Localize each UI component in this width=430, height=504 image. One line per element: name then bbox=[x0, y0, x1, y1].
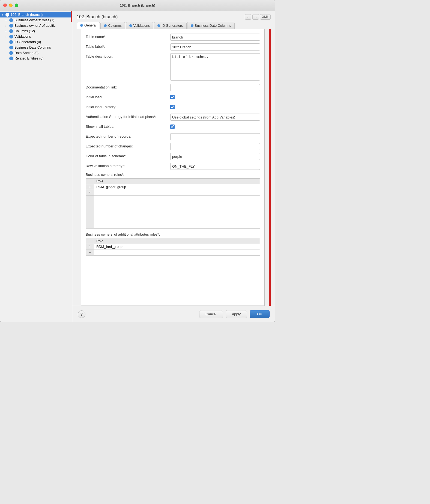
table-name-input[interactable] bbox=[170, 34, 260, 41]
table-desc-label: Table description: bbox=[86, 53, 170, 58]
help-button[interactable]: ? bbox=[78, 310, 85, 318]
table-name-control bbox=[170, 34, 260, 41]
sidebar-item-label: Business Date Columns bbox=[14, 46, 51, 49]
tab-general[interactable]: General bbox=[77, 22, 100, 29]
dot-icon bbox=[9, 35, 13, 38]
table-row-empty bbox=[86, 196, 260, 229]
tab-business-date-columns[interactable]: Business Date Columns bbox=[187, 22, 235, 29]
sidebar-item-data-sorting[interactable]: › Data Sorting (0) bbox=[0, 50, 72, 56]
empty-num bbox=[86, 196, 94, 229]
table-row: 1 RDM_fred_group bbox=[86, 244, 260, 250]
row-star: * bbox=[86, 190, 94, 196]
auth-strategy-control bbox=[170, 114, 260, 121]
arrow-icon: › bbox=[5, 24, 9, 27]
form-row-initial-load: Initial load: bbox=[86, 94, 260, 101]
initial-load-checkbox[interactable] bbox=[170, 95, 175, 99]
addl-table-row-new: + bbox=[86, 250, 260, 256]
sidebar-item-root[interactable]: ▾ 102: Branch (branch) bbox=[0, 12, 72, 17]
nav-buttons: ← → XML bbox=[245, 14, 271, 20]
minimize-button[interactable] bbox=[9, 4, 13, 7]
expected-changes-label: Expected number of changes: bbox=[86, 143, 170, 148]
dot-icon bbox=[9, 46, 13, 49]
sidebar-item-business-date-columns[interactable]: › Business Date Columns bbox=[0, 45, 72, 50]
show-all-tables-checkbox[interactable] bbox=[170, 124, 175, 129]
arrow-icon: ▾ bbox=[2, 13, 5, 16]
sidebar-item-label: 102: Branch (branch) bbox=[11, 13, 43, 17]
form-row-row-validation: Row validation strategy*: bbox=[86, 163, 260, 170]
sidebar-item-business-owners-roles[interactable]: › Business owners' roles (1) bbox=[0, 17, 72, 23]
panel-header: 102: Branch (branch) ← → XML bbox=[72, 11, 275, 20]
nav-back-button[interactable]: ← bbox=[245, 14, 251, 20]
sidebar-item-label: Data Sorting (0) bbox=[14, 51, 38, 55]
addl-role-new-value[interactable] bbox=[94, 250, 260, 256]
addl-table-header-row: Role bbox=[86, 238, 260, 244]
table-desc-textarea[interactable]: List of branches. bbox=[170, 53, 260, 81]
tab-columns-label: Columns bbox=[108, 24, 121, 28]
table-header-row: Role bbox=[86, 179, 260, 184]
bottom-bar: ? Cancel Apply OK bbox=[72, 306, 275, 322]
row-validation-control bbox=[170, 163, 260, 170]
addl-roles-table: Role 1 RDM_fred_group + bbox=[86, 238, 260, 256]
tab-validations[interactable]: Validations bbox=[126, 22, 153, 29]
tab-id-generators-label: ID Generators bbox=[162, 24, 183, 28]
expected-records-input[interactable] bbox=[170, 133, 260, 140]
tab-id-generators[interactable]: ID Generators bbox=[154, 22, 187, 29]
color-schema-control bbox=[170, 153, 260, 160]
addl-roles-table-wrapper: Role 1 RDM_fred_group + bbox=[86, 238, 260, 256]
tab-columns[interactable]: Columns bbox=[100, 22, 125, 29]
sidebar-item-related-entities[interactable]: › Related Entities (0) bbox=[0, 56, 72, 61]
sidebar-item-label: Validations bbox=[14, 35, 31, 38]
auth-strategy-label: Authentication Strategy for initial load… bbox=[86, 114, 170, 119]
maximize-button[interactable] bbox=[15, 4, 18, 7]
row-num-header bbox=[86, 179, 94, 184]
sidebar-item-validations[interactable]: › Validations bbox=[0, 34, 72, 39]
dot-icon bbox=[5, 13, 9, 17]
role-value[interactable]: RDM_ginger_group bbox=[94, 184, 260, 190]
tab-dot-icon bbox=[157, 24, 160, 27]
business-owners-roles-label: Business owners' roles*: bbox=[86, 173, 124, 177]
sidebar-item-columns[interactable]: › Columns (12) bbox=[0, 28, 72, 34]
expected-changes-input[interactable] bbox=[170, 143, 260, 150]
table-label-input[interactable] bbox=[170, 43, 260, 51]
cancel-button[interactable]: Cancel bbox=[199, 310, 223, 318]
arrow-icon: › bbox=[5, 19, 9, 22]
addl-role-value[interactable]: RDM_fred_group bbox=[94, 244, 260, 250]
xml-button[interactable]: XML bbox=[260, 14, 271, 20]
expected-changes-control bbox=[170, 143, 260, 150]
row-validation-input[interactable] bbox=[170, 163, 260, 170]
dot-icon bbox=[9, 29, 13, 33]
doc-link-control bbox=[170, 84, 260, 91]
sidebar: ▾ 102: Branch (branch) › Business owners… bbox=[0, 11, 72, 322]
roles-table: Role 1 RDM_ginger_group * bbox=[86, 178, 260, 229]
form-row-color-schema: Color of table in schema*: bbox=[86, 153, 260, 160]
close-button[interactable] bbox=[3, 4, 7, 7]
initial-load-history-checkbox[interactable] bbox=[170, 105, 175, 109]
role-new-value[interactable] bbox=[94, 190, 260, 196]
form-row-auth-strategy: Authentication Strategy for initial load… bbox=[86, 114, 260, 121]
auth-strategy-input[interactable] bbox=[170, 114, 260, 121]
dot-icon bbox=[9, 57, 13, 60]
ok-button[interactable]: OK bbox=[250, 310, 270, 318]
business-owners-addl-section: Business owners' of additional attribute… bbox=[86, 232, 260, 236]
color-schema-input[interactable] bbox=[170, 153, 260, 160]
form-row-doc-link: Documentation link: bbox=[86, 84, 260, 91]
sidebar-item-label: Business owners' of additic bbox=[14, 24, 55, 28]
main-content: ▾ 102: Branch (branch) › Business owners… bbox=[0, 11, 275, 322]
nav-forward-button[interactable]: → bbox=[252, 14, 259, 20]
tab-dot-icon bbox=[104, 24, 107, 27]
tabs-bar: General Columns Validations ID Generator… bbox=[72, 20, 275, 29]
tab-business-date-columns-label: Business Date Columns bbox=[195, 24, 231, 28]
window-title: 102: Branch (branch) bbox=[120, 3, 155, 7]
sidebar-item-label: ID Generators (0) bbox=[14, 40, 41, 44]
tab-validations-label: Validations bbox=[133, 24, 150, 28]
right-panel: 102: Branch (branch) ← → XML General Col… bbox=[72, 11, 275, 322]
arrow-icon: › bbox=[5, 30, 9, 33]
sidebar-item-id-generators[interactable]: › ID Generators (0) bbox=[0, 39, 72, 45]
apply-button[interactable]: Apply bbox=[226, 310, 247, 318]
initial-load-history-control bbox=[170, 104, 260, 110]
table-name-label: Table name*: bbox=[86, 34, 170, 39]
row-number: 1 bbox=[86, 184, 94, 190]
tab-dot-icon bbox=[129, 24, 132, 27]
doc-link-input[interactable] bbox=[170, 84, 260, 91]
sidebar-item-business-owners-additi[interactable]: › Business owners' of additic bbox=[0, 23, 72, 28]
